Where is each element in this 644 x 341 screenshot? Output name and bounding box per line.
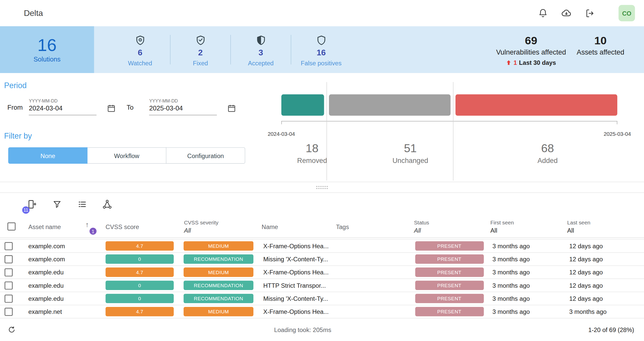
cell-vulnerability-name: X-Frame-Options Hea... [259,242,333,249]
date-range-row: From YYYY-MM-DD 2024-03-04 To YYYY-MM-DD… [7,98,259,115]
cell-first-seen: 3 months ago [488,256,564,263]
chart-axis: 2024-03-04 2025-03-04 [281,121,617,121]
vulnerabilities-count: 69 [525,35,537,47]
delta-dashboard: Delta CO 16 Solutions [0,0,644,341]
table-toolbar: 11 [0,193,644,215]
filter-button[interactable] [51,198,63,210]
cell-vulnerability-name: X-Frame-Options Hea... [259,308,333,315]
cell-status: PRESENT [411,307,488,316]
vulnerabilities-label: Vulnerabilities affected [496,48,566,57]
row-checkbox[interactable] [5,268,13,276]
column-header-status[interactable]: Status All [411,215,488,237]
row-checkbox[interactable] [5,255,13,263]
cvss-severity-badge: MEDIUM [184,307,253,316]
assets-count: 10 [594,35,607,47]
delta-value: 51 [348,142,473,155]
to-calendar-button[interactable] [227,104,236,113]
column-label: Status [414,219,488,225]
user-avatar[interactable]: CO [619,5,635,21]
cell-cvss-score: 0 [101,254,178,264]
status-badge: PRESENT [415,267,483,277]
cell-last-seen: 12 days ago [565,242,644,249]
to-date-input[interactable]: YYYY-MM-DD 2025-03-04 [149,98,217,115]
cvss-score-badge: 4.7 [106,307,174,316]
row-checkbox[interactable] [5,242,13,250]
column-header-asset-name[interactable]: Asset name ↑ 1 [24,215,101,237]
axis-end-date: 2025-03-04 [604,131,631,137]
stats-bar: 16 Solutions 6 Watched 2 Fixed [0,26,644,73]
notifications-button[interactable] [538,8,548,18]
row-checkbox[interactable] [5,281,13,290]
row-checkbox[interactable] [5,307,13,316]
from-date-input[interactable]: YYYY-MM-DD 2024-03-04 [29,98,97,115]
period-heading: Period [4,81,259,90]
row-checkbox-cell [0,268,24,276]
tile-false-positives[interactable]: 16 False positives [291,33,351,66]
tile-watched[interactable]: 6 Watched [110,33,170,66]
header-checkbox-cell [0,215,24,237]
table-row[interactable]: example.edu 0 RECOMMENDATION Missing 'X-… [0,292,644,305]
cvss-severity-badge: MEDIUM [184,267,253,277]
solutions-tile[interactable]: 16 Solutions [0,26,94,73]
refresh-button[interactable] [7,325,16,334]
select-all-checkbox[interactable] [7,222,16,231]
shield-half-icon [255,35,266,46]
filter-option-none[interactable]: None [8,147,87,164]
column-header-first-seen[interactable]: First seen All [488,215,564,237]
cell-asset-name: example.edu [24,282,101,289]
row-checkbox[interactable] [5,294,13,303]
tile-accepted[interactable]: 3 Accepted [231,33,291,66]
delta-chart-panel: 2024-03-04 2025-03-04 18Removed51Unchang… [259,73,644,182]
tile-fixed[interactable]: 2 Fixed [171,33,231,66]
cell-cvss-severity: RECOMMENDATION [178,254,259,264]
cvss-severity-badge: MEDIUM [184,241,253,251]
delta-segment-added [455,94,617,116]
column-header-cvss-score[interactable]: CVSS score [101,215,178,237]
list-view-button[interactable] [76,198,88,210]
trend-period: Last 30 days [519,59,556,66]
vulnerabilities-table: Asset name ↑ 1 CVSS score CVSS severity … [0,215,644,318]
logout-button[interactable] [584,8,595,18]
cell-last-seen: 12 days ago [565,282,644,289]
table-row[interactable]: example.net 4.7 MEDIUM X-Frame-Options H… [0,305,644,318]
header-actions: CO [538,5,635,21]
add-column-button[interactable]: 11 [26,198,38,210]
column-header-name[interactable]: Name [259,215,333,237]
calendar-icon [227,104,236,113]
watched-count: 6 [138,48,142,57]
status-badge: PRESENT [415,254,483,264]
cell-cvss-score: 4.7 [101,241,178,251]
column-header-cvss-severity[interactable]: CVSS severity All [178,215,259,237]
cell-first-seen: 3 months ago [488,295,564,302]
filter-option-workflow[interactable]: Workflow [87,147,166,164]
cell-last-seen: 12 days ago [565,256,644,263]
false-positives-count: 16 [316,48,326,57]
assets-affected: 10 Assets affected [577,35,624,57]
from-calendar-button[interactable] [107,104,116,113]
delta-label-unchanged: 51Unchanged [348,142,473,165]
accepted-count: 3 [259,48,263,57]
cell-status: PRESENT [411,241,488,251]
table-body: example.com 4.7 MEDIUM X-Frame-Options H… [0,239,644,318]
delta-label-removed: 18Removed [281,142,343,165]
row-checkbox-cell [0,294,24,303]
export-button[interactable] [561,8,572,18]
column-header-tags[interactable]: Tags [333,215,411,237]
column-header-last-seen[interactable]: Last seen All [565,215,644,237]
delta-segment-removed [281,94,324,116]
bell-icon [538,8,548,18]
delta-label-added: 68Added [478,142,617,165]
table-row[interactable]: example.com 4.7 MEDIUM X-Frame-Options H… [0,239,644,252]
status-badge: PRESENT [415,294,483,303]
vulnerabilities-trend: 1 Last 30 days [506,59,556,66]
table-row[interactable]: example.com 0 RECOMMENDATION Missing 'X-… [0,252,644,265]
table-row[interactable]: example.edu 0 RECOMMENDATION HTTP Strict… [0,278,644,292]
table-row[interactable]: example.edu 4.7 MEDIUM X-Frame-Options H… [0,265,644,278]
table-header: Asset name ↑ 1 CVSS score CVSS severity … [0,215,644,238]
drag-handle-icon [316,185,328,189]
graph-view-button[interactable] [102,198,113,210]
panel-splitter[interactable] [0,182,644,193]
assets-label: Assets affected [577,48,624,57]
cell-cvss-severity: MEDIUM [178,267,259,277]
filter-option-configuration[interactable]: Configuration [166,147,245,164]
